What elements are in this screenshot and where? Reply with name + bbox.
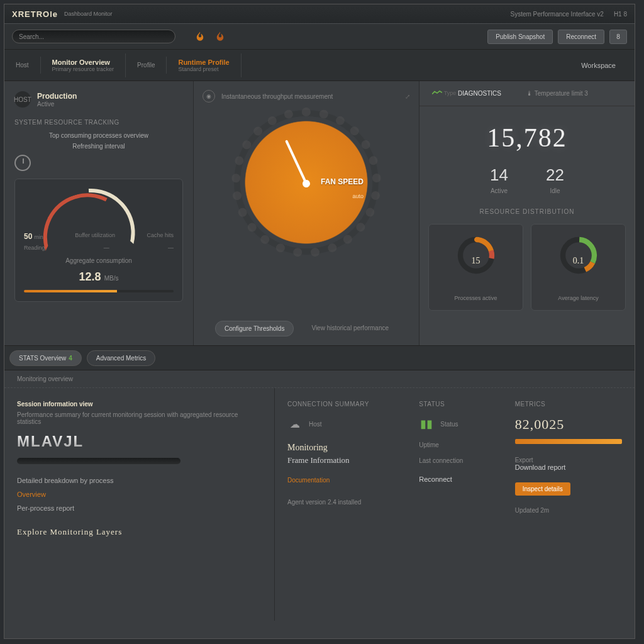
tab-badge: 4 [69,355,72,362]
bl-heading: Session information view [17,401,262,408]
link-report[interactable]: Per-process report [17,504,262,512]
history-link[interactable]: View historical performance [303,321,397,336]
flame-icon[interactable] [194,31,206,42]
hb-sub-2: Standard preset [178,66,229,72]
link-breakdown[interactable]: Detailed breakdown by process [17,477,262,484]
arc-gauge [24,188,174,226]
bottom-r1: Status ▮▮ Status Uptime Last connection … [419,401,502,608]
status-ok-icon: ▮▮ [419,416,434,431]
breadcrumb: Monitoring overview [4,370,635,388]
bm-foot: Agent version 2.4 installed [287,499,406,506]
configure-button[interactable]: Configure Thresholds [215,321,294,336]
eye-icon: ◉ [203,90,215,103]
g-d2: Reading [24,245,45,251]
clock-icon [14,155,31,171]
gauge-big-value: 12.8 MB/s [24,270,174,284]
link-overview[interactable]: Overview [17,491,262,498]
g-n1: 50 [24,232,32,241]
dial-sublabel: auto [352,193,364,199]
bm-sec-title: Monitoring [287,443,406,453]
header-link[interactable]: System Performance Interface v2 [510,11,603,18]
header-band: Host Monitor Overview Primary resource t… [4,50,635,81]
spark-icon [432,90,442,96]
br1-l1: Uptime [419,441,502,448]
range-slider[interactable] [17,458,180,464]
flame-icon-2[interactable] [214,31,226,42]
header-code: H1 8 [614,11,627,18]
gauge-mid-label: Aggregate consumption [24,257,174,264]
host-sub: Active [37,101,77,108]
right-tabs: Type DIAGNOSTICS 🌡 Temperature limit 3 [419,81,635,106]
hb-right: Workspace [581,62,635,69]
toolbar-count-button[interactable]: 8 [609,30,627,44]
tab-stats[interactable]: STATS Overview4 [9,350,82,366]
br2-head: Metrics [515,401,622,408]
tab-advanced[interactable]: Advanced Metrics [87,350,155,366]
br2-big: 82,0025 [515,416,622,433]
center-panel: ◉ Instantaneous throughput measurement ⤢… [193,81,419,345]
hb-label-2: Profile [137,62,155,69]
g-n3: Cache hits [147,232,174,241]
fan-dial[interactable]: FAN SPEED auto [240,116,372,248]
publish-button[interactable]: Publish Snapshot [487,30,553,44]
bm-sec-sub: Frame Information [287,455,406,465]
bm-ic1-lbl: Host [309,421,322,428]
bottom-panels: Session information view Performance sum… [4,388,635,621]
gauge-card: 50 min Buffer utilization Cache hits Rea… [14,179,183,302]
left-line-2: Refreshing interval [14,143,183,150]
stat-active: 14Active [490,165,508,194]
stat-idle: 22Idle [546,165,564,194]
bottom-mid: Connection Summary ☁ Host Monitoring Fra… [287,401,406,608]
donut-processes: 15 Processes active [428,224,523,311]
bottom-r2: Metrics 82,0025 Export Download report I… [515,401,622,608]
lower-tabs: STATS Overview4 Advanced Metrics [4,345,635,370]
hb-label-1: Host [16,62,29,69]
hb-title-2: Runtime Profile [178,58,229,66]
br2-l1-val[interactable]: Download report [515,464,622,471]
donut-chart-2 [557,233,601,277]
gauge-progress [24,290,174,292]
app-logo: XRETROle [12,9,58,19]
br2-foot: Updated 2m [515,507,622,514]
bm-doc-link[interactable]: Documentation [287,477,406,484]
big-metric: 15,782 [419,123,635,153]
search-placeholder: Search... [19,33,44,40]
right-panel: Type DIAGNOSTICS 🌡 Temperature limit 3 1… [419,81,635,345]
reconnect-button[interactable]: Reconnect [558,30,604,44]
main-panels: HOST Production Active System resource t… [4,81,635,345]
right-section-head: Resource Distribution [419,208,635,215]
expand-icon[interactable]: ⤢ [405,93,410,100]
br2-bar [515,439,622,444]
br1-l2: Last connection [419,457,502,464]
tab-temperature[interactable]: 🌡 Temperature limit 3 [526,90,588,97]
left-panel: HOST Production Active System resource t… [4,81,193,345]
hb-title-1: Monitor Overview [52,58,114,66]
product-logo: MLAVJL [17,433,262,450]
center-heading: Instantaneous throughput measurement [221,93,333,100]
left-line-1: Top consuming processes overview [14,132,183,139]
donut-chart-1 [454,233,498,277]
host-title: Production [37,92,77,101]
bl-desc: Performance summary for current monitori… [17,411,262,425]
bottom-left: Session information view Performance sum… [4,388,275,621]
br1-head: Status [419,401,502,408]
hb-sub-1: Primary resource tracker [52,66,114,72]
app-window: XRETROle Dashboard Monitor System Perfor… [4,4,635,639]
dial-label: FAN SPEED [321,177,364,186]
toolbar: Search... Publish Snapshot Reconnect 8 [4,23,635,50]
donut-latency: 0.1 Average latency [531,224,626,311]
tab-diagnostics[interactable]: Type DIAGNOSTICS [432,90,501,97]
left-heading: System resource tracking [14,119,183,126]
br1-ic-lbl: Status [440,421,458,428]
br1-btn[interactable]: Reconnect [419,475,452,483]
search-input[interactable]: Search... [12,30,175,43]
thermometer-icon: 🌡 [526,90,533,97]
inspect-button[interactable]: Inspect details [515,482,570,496]
host-badge-icon: HOST [14,91,31,108]
br2-l1-lbl: Export [515,457,622,464]
g-d1: min [34,234,43,240]
bl-footer-title: Explore Monitoring Layers [17,527,262,537]
bm-head: Connection Summary [287,401,406,408]
titlebar: XRETROle Dashboard Monitor System Perfor… [4,4,635,23]
cloud-icon: ☁ [287,416,303,431]
